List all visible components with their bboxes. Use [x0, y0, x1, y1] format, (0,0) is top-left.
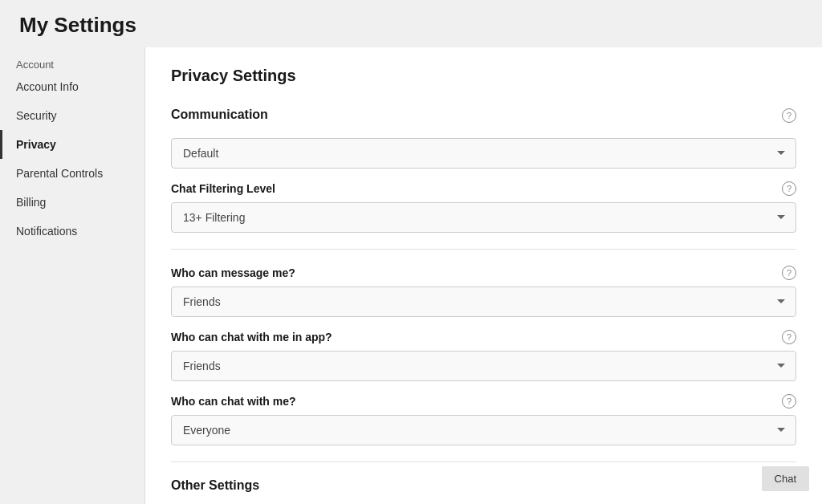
- sidebar-item-security[interactable]: Security: [0, 101, 144, 130]
- sidebar-group-label: Account: [0, 54, 144, 72]
- communication-help-icon[interactable]: ?: [782, 108, 796, 123]
- sidebar-item-label: Account Info: [16, 80, 79, 93]
- privacy-settings-title: Privacy Settings: [171, 67, 796, 85]
- chat-filtering-select[interactable]: 13+ Filtering All Ages No Filtering: [171, 202, 796, 233]
- sidebar-item-account-info[interactable]: Account Info: [0, 72, 144, 101]
- who-chat-header-row: Who can chat with me? ?: [171, 394, 796, 408]
- who-message-header-row: Who can message me? ?: [171, 266, 796, 280]
- who-message-select[interactable]: Friends Everyone No One: [171, 287, 796, 317]
- communication-label: Communication: [171, 108, 268, 122]
- content-area: Privacy Settings Communication ? Default…: [144, 47, 822, 504]
- who-chat-select[interactable]: Everyone Friends No One: [171, 415, 796, 445]
- main-content: Account Account Info Security Privacy Pa…: [0, 47, 822, 504]
- chat-button[interactable]: Chat: [762, 466, 809, 491]
- sidebar-item-label: Parental Controls: [16, 167, 103, 180]
- sidebar-item-billing[interactable]: Billing: [0, 188, 144, 217]
- who-message-help-icon[interactable]: ?: [782, 266, 796, 280]
- sidebar-item-parental-controls[interactable]: Parental Controls: [0, 159, 144, 188]
- page-container: My Settings Account Account Info Securit…: [0, 0, 822, 504]
- sidebar-item-label: Security: [16, 109, 57, 122]
- divider-1: [171, 249, 796, 250]
- communication-section: Communication ? Default Friends Only No …: [171, 101, 796, 169]
- chat-filtering-header-row: Chat Filtering Level ?: [171, 181, 796, 196]
- who-message-label: Who can message me?: [171, 266, 295, 279]
- communication-header-row: Communication ?: [171, 101, 796, 130]
- page-title: My Settings: [0, 0, 822, 47]
- who-chat-app-header-row: Who can chat with me in app? ?: [171, 330, 796, 344]
- divider-2: [171, 461, 796, 462]
- sidebar-item-privacy[interactable]: Privacy: [0, 130, 144, 159]
- communication-dropdown-row: Default Friends Only No One: [171, 138, 796, 169]
- sidebar: Account Account Info Security Privacy Pa…: [0, 47, 144, 504]
- who-chat-label: Who can chat with me?: [171, 395, 296, 408]
- sidebar-item-label: Privacy: [16, 138, 56, 151]
- communication-select[interactable]: Default Friends Only No One: [171, 138, 796, 169]
- other-settings-title: Other Settings: [171, 478, 796, 493]
- sidebar-item-label: Notifications: [16, 225, 77, 238]
- who-chat-app-label: Who can chat with me in app?: [171, 331, 332, 343]
- who-chat-app-section: Who can chat with me in app? ? Friends E…: [171, 330, 796, 381]
- who-chat-section: Who can chat with me? ? Everyone Friends…: [171, 394, 796, 445]
- who-chat-app-select[interactable]: Friends Everyone No One: [171, 351, 796, 381]
- chat-filtering-section: Chat Filtering Level ? 13+ Filtering All…: [171, 181, 796, 233]
- who-chat-app-help-icon[interactable]: ?: [782, 330, 796, 344]
- chat-filtering-label: Chat Filtering Level: [171, 182, 275, 195]
- who-message-section: Who can message me? ? Friends Everyone N…: [171, 266, 796, 317]
- who-chat-help-icon[interactable]: ?: [782, 394, 796, 408]
- chat-filtering-help-icon[interactable]: ?: [782, 181, 796, 196]
- sidebar-item-label: Billing: [16, 196, 46, 209]
- sidebar-item-notifications[interactable]: Notifications: [0, 217, 144, 246]
